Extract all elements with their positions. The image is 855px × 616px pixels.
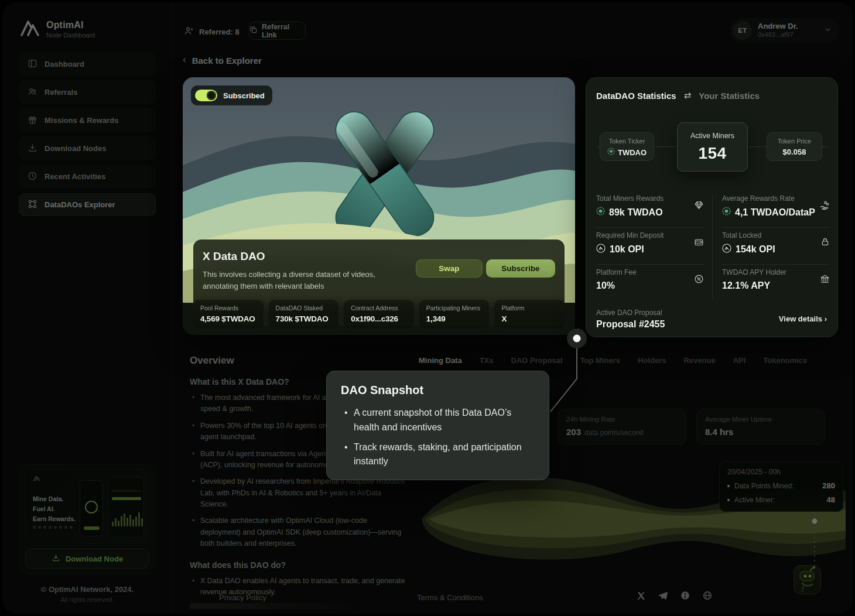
tab-tokenomics[interactable]: Tokenomics: [763, 356, 807, 365]
tab-revenue[interactable]: Revenue: [683, 356, 715, 365]
promo-dashboard-mock: [108, 477, 144, 538]
sidebar-item-label: Missions & Rewards: [45, 116, 118, 125]
tab-api[interactable]: API: [733, 356, 746, 365]
proposal-label: Active DAO Proposal: [596, 309, 662, 317]
download-node-button[interactable]: Download Node: [25, 549, 149, 569]
view-details-link[interactable]: View details ›: [779, 314, 827, 323]
opi-icon: [722, 244, 731, 255]
sidebar-item-missions[interactable]: Missions & Rewards: [19, 109, 156, 132]
subscribe-button[interactable]: Subscribe: [486, 259, 555, 278]
dao-snapshot-popover: DAO Snapshot A current snapshot of this …: [326, 371, 549, 480]
referral-link-button[interactable]: Referral Link: [249, 22, 306, 40]
stat-contract-address[interactable]: Contract Address 0x1f90...c326: [344, 300, 414, 328]
bank-icon: [820, 274, 830, 286]
grid-total-miners-rewards: Total Miners Rewards 89k TWDAO: [596, 194, 704, 227]
dao-hero-card: Subscribed X Data DAO This involves coll…: [183, 77, 575, 335]
gift-icon: [28, 115, 37, 126]
tooltip-date: 20/04/2025 - 00h: [727, 468, 835, 476]
mascot-helper-button[interactable]: [794, 565, 821, 594]
globe-icon[interactable]: [702, 590, 713, 601]
bullet-dot: [727, 499, 730, 501]
promo-line2: Fuel AI.: [33, 504, 76, 514]
chevron-down-icon: [824, 25, 832, 36]
user-name: Andrew Dr.: [758, 22, 798, 31]
tab-holders[interactable]: Holders: [638, 356, 666, 365]
subscribed-label: Subscribed: [223, 91, 265, 100]
subscribed-toggle[interactable]: [195, 90, 217, 101]
tutorial-anchor-dot: [573, 335, 581, 343]
grid-apy-holder: TWDAO APY Holder 12.1% APY: [722, 268, 830, 301]
promo-line3: Earn Rewards.: [33, 514, 76, 524]
referrals-icon: [28, 87, 37, 98]
rights-line: All rights reserved.: [2, 596, 172, 603]
lock-icon: [820, 237, 830, 249]
tab-dao-proposal[interactable]: DAO Proposal: [511, 356, 563, 365]
sidebar-item-label: Referrals: [45, 88, 77, 97]
overview-title: Overview: [190, 355, 408, 367]
sidebar-item-recent-activities[interactable]: Recent Activities: [19, 165, 156, 188]
grid-platform-fee: Platform Fee 10%: [596, 268, 704, 301]
x-twitter-icon[interactable]: [636, 591, 646, 601]
tooltip-label: Active Miner:: [734, 496, 775, 504]
back-to-explorer-link[interactable]: ‹ Back to Explorer: [183, 54, 262, 66]
opi-icon: [596, 244, 606, 255]
token-icon: [596, 207, 605, 218]
stat-datadao-staked: DataDAO Staked 730k $TWDAO: [269, 300, 339, 328]
tab-mining-data[interactable]: Mining Data: [419, 356, 462, 365]
sidebar-item-label: DataDAOs Explorer: [45, 200, 115, 209]
promo-preview: Mine Data. Fuel AI. Earn Rewards.: [25, 469, 149, 544]
dex-icon[interactable]: [680, 590, 690, 601]
faded-text-line: [190, 603, 365, 609]
dao-stats-row: Pool Rewards 4,569 $TWDAO DataDAO Staked…: [193, 300, 565, 328]
social-links: [636, 590, 713, 601]
token-icon: [607, 148, 615, 157]
swap-button[interactable]: Swap: [416, 259, 483, 278]
list-item: A current snapshot of this Data DAO’s he…: [341, 406, 535, 435]
sidebar-item-label: Download Nodes: [45, 144, 106, 153]
tooltip-value: 48: [827, 495, 835, 504]
clock-icon: [28, 171, 37, 183]
sidebar-nav: Dashboard Referrals Missions & Rewards D…: [19, 53, 156, 216]
bullet-dot: [727, 485, 730, 487]
user-menu[interactable]: ET Andrew Dr. 0x483...af97: [730, 18, 839, 43]
token-ticker-card: Token Ticker TWDAO: [600, 132, 654, 161]
download-icon: [52, 553, 60, 564]
privacy-policy-link[interactable]: Privacy Policy: [219, 593, 266, 602]
brand: OptimAI Node Dashboard: [20, 20, 95, 39]
tab-top-miners[interactable]: Top Miners: [580, 356, 620, 365]
stat-pool-rewards: Pool Rewards 4,569 $TWDAO: [193, 300, 264, 328]
terms-link[interactable]: Terms & Conditions: [417, 593, 483, 602]
tab-txs[interactable]: TXs: [480, 356, 494, 365]
gem-icon: [694, 200, 704, 213]
swap-arrows-icon[interactable]: ⇄: [684, 90, 692, 101]
list-item: Scalable architecture with OptimAI Cloud…: [190, 515, 408, 549]
sidebar-item-datadaos-explorer[interactable]: DataDAOs Explorer: [19, 193, 156, 216]
brand-subtitle: Node Dashboard: [46, 32, 95, 39]
sidebar-item-download-nodes[interactable]: Download Nodes: [19, 137, 156, 160]
popover-bullets: A current snapshot of this Data DAO’s he…: [341, 406, 535, 469]
dao-title: X Data DAO: [203, 250, 265, 263]
panel-title: DataDAO Statistics: [596, 91, 676, 101]
list-item: Track rewards, staking, and participatio…: [341, 440, 535, 470]
wallet-icon: [694, 237, 704, 249]
telegram-icon[interactable]: [658, 590, 668, 601]
sidebar-item-dashboard[interactable]: Dashboard: [19, 53, 156, 76]
subscribed-badge: Subscribed: [191, 85, 272, 105]
referred-count: Referred: 8: [184, 26, 240, 37]
overview-question-2: What does this DAO do?: [190, 560, 408, 570]
your-statistics-tab[interactable]: Your Statistics: [699, 91, 760, 101]
list-item: Developed by AI researchers from Imperia…: [190, 476, 408, 510]
mining-rate-label: 24h Mining Rate: [566, 416, 678, 423]
chevron-left-icon: ‹: [183, 54, 186, 66]
mining-rate-card: 24h Mining Rate 203data points/second: [558, 409, 686, 445]
user-wallet: 0x483...af97: [758, 31, 798, 39]
optimai-logo-icon: [20, 20, 40, 39]
miner-uptime-value: 8.4 hrs: [705, 427, 733, 437]
miner-uptime-label: Average Miner Uptime: [705, 416, 816, 423]
sidebar-item-referrals[interactable]: Referrals: [19, 81, 156, 104]
active-miners-card: Active Miners 154: [677, 122, 748, 172]
token-price-card: Token Price $0.058: [767, 132, 822, 161]
tooltip-label: Data Points Mined:: [734, 482, 794, 490]
promo-phone-mock: [80, 480, 103, 536]
app-frame: OptimAI Node Dashboard Dashboard Referra…: [2, 2, 853, 614]
